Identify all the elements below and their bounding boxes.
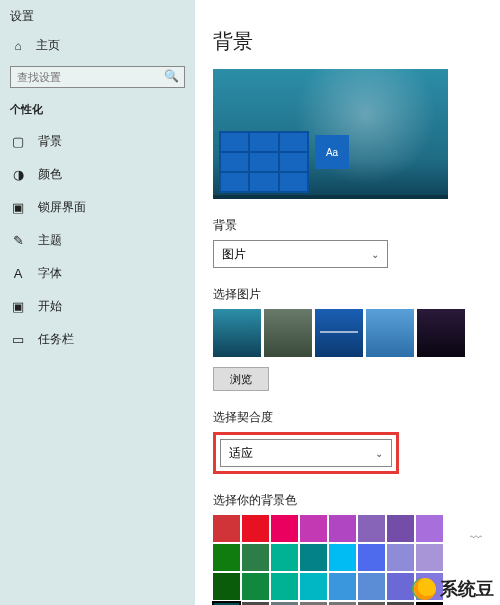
color-swatch[interactable]	[271, 573, 298, 600]
sidebar-item-label: 任务栏	[38, 331, 74, 348]
color-swatch[interactable]	[387, 515, 414, 542]
sidebar-item-label: 开始	[38, 298, 62, 315]
section-label: 个性化	[0, 98, 195, 125]
color-swatch[interactable]	[358, 515, 385, 542]
sidebar-item-label: 主题	[38, 232, 62, 249]
annotation-highlight: 适应 ⌄	[213, 432, 399, 474]
browse-button[interactable]: 浏览	[213, 367, 269, 391]
more-icon: 〰	[470, 531, 482, 545]
color-swatch[interactable]	[271, 515, 298, 542]
color-swatch[interactable]	[329, 544, 356, 571]
sidebar-item-taskbar[interactable]: ▭ 任务栏	[0, 323, 195, 356]
preview-accent-tile: Aa	[315, 135, 349, 169]
background-dropdown-label: 背景	[213, 217, 486, 234]
color-swatch[interactable]	[329, 515, 356, 542]
watermark-logo-icon	[414, 578, 436, 600]
thumbnail-1[interactable]	[213, 309, 261, 357]
color-swatch[interactable]	[358, 573, 385, 600]
color-swatch[interactable]	[213, 573, 240, 600]
choose-image-label: 选择图片	[213, 286, 486, 303]
color-swatch[interactable]	[213, 544, 240, 571]
page-title: 背景	[213, 28, 486, 55]
sidebar-item-start[interactable]: ▣ 开始	[0, 290, 195, 323]
sidebar-item-lockscreen[interactable]: ▣ 锁屏界面	[0, 191, 195, 224]
start-icon: ▣	[10, 299, 26, 314]
fit-label: 选择契合度	[213, 409, 486, 426]
watermark-brand: 系统豆	[440, 577, 494, 601]
home-icon: ⌂	[10, 39, 26, 53]
background-type-dropdown[interactable]: 图片 ⌄	[213, 240, 388, 268]
color-swatch[interactable]	[300, 515, 327, 542]
palette-icon: ◑	[10, 167, 26, 182]
color-label: 选择你的背景色	[213, 492, 486, 509]
main-content: 背景 Aa 背景 图片 ⌄ 选择图片 浏览 选择契合度 适应 ⌄ 选择你的背	[195, 0, 500, 605]
thumbnail-5[interactable]	[417, 309, 465, 357]
color-swatch[interactable]	[416, 515, 443, 542]
color-swatch[interactable]	[387, 573, 414, 600]
color-swatch[interactable]	[242, 573, 269, 600]
sidebar-item-fonts[interactable]: A 字体	[0, 257, 195, 290]
sidebar-item-label: 颜色	[38, 166, 62, 183]
settings-sidebar: 设置 ⌂ 主页 🔍 个性化 ▢ 背景 ◑ 颜色 ▣ 锁屏界面 ✎ 主题 A 字体…	[0, 0, 195, 605]
theme-icon: ✎	[10, 233, 26, 248]
search-container: 🔍	[10, 66, 185, 88]
thumbnail-4[interactable]	[366, 309, 414, 357]
chevron-down-icon: ⌄	[371, 249, 379, 260]
preview-start-tiles	[219, 131, 309, 193]
color-swatch[interactable]	[416, 544, 443, 571]
app-title: 设置	[0, 0, 195, 31]
home-label: 主页	[36, 37, 60, 54]
sidebar-item-label: 锁屏界面	[38, 199, 86, 216]
picture-icon: ▢	[10, 134, 26, 149]
color-swatch[interactable]	[242, 515, 269, 542]
sidebar-item-label: 背景	[38, 133, 62, 150]
fit-dropdown[interactable]: 适应 ⌄	[220, 439, 392, 467]
thumbnail-3[interactable]	[315, 309, 363, 357]
taskbar-icon: ▭	[10, 332, 26, 347]
dropdown-value: 适应	[229, 445, 253, 462]
chevron-down-icon: ⌄	[375, 448, 383, 459]
background-preview: Aa	[213, 69, 448, 199]
color-swatch[interactable]	[271, 544, 298, 571]
image-thumbnails	[213, 309, 486, 357]
thumbnail-2[interactable]	[264, 309, 312, 357]
preview-taskbar	[213, 195, 448, 199]
sidebar-item-colors[interactable]: ◑ 颜色	[0, 158, 195, 191]
dropdown-value: 图片	[222, 246, 246, 263]
color-swatch[interactable]	[300, 573, 327, 600]
color-swatch[interactable]	[242, 544, 269, 571]
color-swatch[interactable]	[329, 573, 356, 600]
search-input[interactable]	[10, 66, 185, 88]
watermark: 系统豆 www.xtdptc.com	[414, 577, 494, 601]
sidebar-item-label: 字体	[38, 265, 62, 282]
sidebar-item-themes[interactable]: ✎ 主题	[0, 224, 195, 257]
lock-icon: ▣	[10, 200, 26, 215]
sidebar-item-background[interactable]: ▢ 背景	[0, 125, 195, 158]
color-swatch[interactable]	[213, 515, 240, 542]
search-icon: 🔍	[164, 69, 179, 83]
color-swatch[interactable]	[387, 544, 414, 571]
font-icon: A	[10, 266, 26, 281]
color-swatch[interactable]	[358, 544, 385, 571]
home-nav[interactable]: ⌂ 主页	[0, 31, 195, 60]
color-swatch[interactable]	[300, 544, 327, 571]
